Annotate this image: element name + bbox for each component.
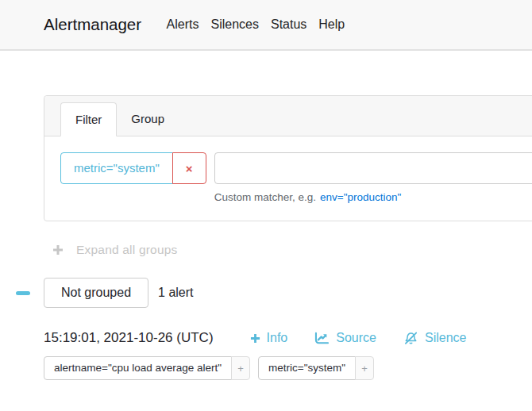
- matcher-chip-label[interactable]: metric="system": [60, 152, 173, 184]
- top-navbar: Alertmanager Alerts Silences Status Help: [0, 0, 532, 51]
- info-button[interactable]: Info: [250, 331, 288, 345]
- source-link[interactable]: Source: [314, 331, 376, 345]
- tab-filter[interactable]: Filter: [60, 102, 117, 136]
- nav-item-alerts[interactable]: Alerts: [160, 13, 205, 36]
- silence-button-label: Silence: [425, 331, 466, 345]
- main-nav: Alerts Silences Status Help: [160, 13, 351, 36]
- expand-all-groups-button[interactable]: Expand all groups: [52, 243, 532, 257]
- custom-matcher-input[interactable]: [214, 152, 532, 184]
- nav-item-help[interactable]: Help: [313, 13, 351, 36]
- label-chip-metric: metric="system" +: [258, 356, 374, 380]
- alert-labels: alertname="cpu load average alert" + met…: [44, 356, 532, 380]
- matcher-example-link[interactable]: env="production": [320, 191, 401, 203]
- label-chip-text: alertname="cpu load average alert": [44, 356, 232, 380]
- plus-icon: [250, 333, 260, 344]
- alert-timestamp: 15:19:01, 2021-10-26 (UTC): [44, 330, 214, 346]
- matcher-helper-label: Custom matcher, e.g.: [214, 191, 316, 203]
- alert-actions: Info Source Silence: [223, 331, 467, 345]
- filter-card-tabs: Filter Group: [44, 96, 532, 136]
- group-header: Not grouped 1 alert: [0, 278, 532, 308]
- bell-slash-icon: [403, 332, 418, 345]
- add-filter-button[interactable]: +: [231, 356, 250, 380]
- chart-line-icon: [314, 332, 330, 345]
- filter-card-body: metric="system" × Custom matcher, e.g.en…: [44, 136, 532, 221]
- matcher-remove-button[interactable]: ×: [172, 152, 206, 184]
- label-chip-alertname: alertname="cpu load average alert" +: [44, 356, 250, 380]
- nav-item-silences[interactable]: Silences: [205, 13, 264, 36]
- source-link-label: Source: [336, 331, 376, 345]
- group-name-button[interactable]: Not grouped: [44, 278, 148, 308]
- silence-button[interactable]: Silence: [403, 331, 466, 345]
- collapse-group-minus-icon[interactable]: [16, 291, 30, 295]
- label-chip-text: metric="system": [258, 356, 356, 380]
- add-filter-button[interactable]: +: [355, 356, 374, 380]
- expand-all-groups-label: Expand all groups: [76, 243, 177, 257]
- nav-item-status[interactable]: Status: [264, 13, 312, 36]
- plus-icon: [52, 244, 64, 255]
- matcher-chip: metric="system" ×: [60, 152, 206, 184]
- alert-row: 15:19:01, 2021-10-26 (UTC) Info Source: [44, 330, 532, 346]
- brand-alertmanager[interactable]: Alertmanager: [44, 15, 141, 34]
- filter-card: Filter Group metric="system" × Custom ma…: [44, 95, 532, 221]
- alert-count-label: 1 alert: [158, 286, 193, 300]
- matcher-helper-text: Custom matcher, e.g.env="production": [214, 191, 532, 203]
- info-button-label: Info: [267, 331, 288, 345]
- tab-group[interactable]: Group: [117, 102, 179, 136]
